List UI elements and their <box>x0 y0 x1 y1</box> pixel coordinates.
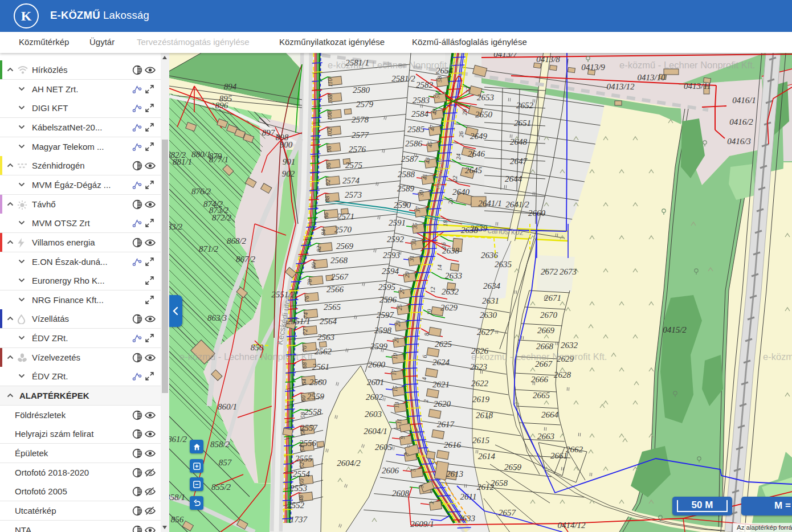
svg-text:2619: 2619 <box>472 395 490 404</box>
svg-text:27: 27 <box>398 288 405 294</box>
svg-text:896: 896 <box>215 101 228 110</box>
svg-text:2595: 2595 <box>378 283 396 292</box>
svg-text:860/1: 860/1 <box>218 402 237 411</box>
svg-text:1737: 1737 <box>290 515 308 524</box>
svg-text:5: 5 <box>410 468 417 472</box>
svg-text:56: 56 <box>299 428 306 435</box>
svg-text:902: 902 <box>282 169 295 178</box>
svg-text:3: 3 <box>418 485 424 489</box>
svg-text:2665: 2665 <box>533 391 550 400</box>
svg-text:872/2: 872/2 <box>212 213 232 222</box>
svg-text:2580: 2580 <box>353 85 370 95</box>
svg-text:19: 19 <box>391 353 398 359</box>
svg-text:880/1: 880/1 <box>191 150 211 159</box>
svg-text:2620: 2620 <box>434 399 451 408</box>
svg-text:26: 26 <box>458 131 464 138</box>
svg-text:23: 23 <box>394 320 401 327</box>
svg-text:9: 9 <box>399 436 406 439</box>
svg-text:2574: 2574 <box>342 176 360 185</box>
svg-text:2611: 2611 <box>460 492 477 501</box>
svg-text:2663: 2663 <box>537 432 554 441</box>
svg-text:2588: 2588 <box>398 170 415 179</box>
svg-text:31: 31 <box>408 255 415 262</box>
svg-text:2657: 2657 <box>499 508 517 517</box>
svg-text:64: 64 <box>300 379 307 386</box>
svg-text:2630: 2630 <box>480 310 497 320</box>
svg-text:900: 900 <box>280 140 293 149</box>
svg-text:2581/2: 2581/2 <box>391 74 415 83</box>
svg-text:82: 82 <box>315 245 322 252</box>
svg-text:28: 28 <box>461 109 468 116</box>
svg-text:2647: 2647 <box>510 157 528 166</box>
svg-text:15: 15 <box>391 385 398 392</box>
svg-text:863/3: 863/3 <box>207 313 227 322</box>
svg-text:857: 857 <box>219 458 232 467</box>
svg-text:39: 39 <box>418 190 424 197</box>
svg-text:2612: 2612 <box>477 482 495 492</box>
svg-text:e-közmű - Lechner Nonprofit Kf: e-közmű - Lechner Nonprofit Kft. <box>471 351 607 362</box>
svg-text:60: 60 <box>300 395 307 402</box>
svg-text:52: 52 <box>298 462 305 469</box>
svg-text:51: 51 <box>434 92 440 99</box>
svg-text:24: 24 <box>455 153 462 160</box>
svg-text:2594: 2594 <box>382 267 399 276</box>
svg-text:2585: 2585 <box>407 125 425 134</box>
svg-text:2604/2: 2604/2 <box>337 459 361 468</box>
svg-text:2629: 2629 <box>440 303 458 312</box>
svg-text:2641/1: 2641/1 <box>478 199 502 208</box>
svg-text:106: 106 <box>326 111 333 121</box>
svg-text:2596: 2596 <box>379 295 397 304</box>
svg-text:2606: 2606 <box>382 466 399 475</box>
svg-text:68: 68 <box>301 362 308 369</box>
svg-text:2578: 2578 <box>352 115 369 124</box>
svg-text:2608: 2608 <box>392 489 410 498</box>
svg-text:11: 11 <box>395 419 402 424</box>
svg-text:21: 21 <box>393 337 399 343</box>
svg-text:855/2: 855/2 <box>211 482 231 492</box>
svg-text:e-közmű - Lechner Nonprofit Kf: e-közmű - Lechner Nonprofit Kft. <box>619 60 755 70</box>
svg-text:2661: 2661 <box>550 451 568 460</box>
svg-text:2623: 2623 <box>470 362 487 371</box>
svg-text:2649: 2649 <box>470 132 488 141</box>
svg-text:4: 4 <box>421 377 427 380</box>
svg-text:0413/11: 0413/11 <box>684 81 711 91</box>
svg-text:14: 14 <box>436 264 443 271</box>
svg-text:58: 58 <box>299 412 306 419</box>
svg-text:58: 58 <box>436 76 443 83</box>
svg-text:856: 856 <box>171 515 184 524</box>
svg-text:110: 110 <box>326 78 333 87</box>
svg-text:76: 76 <box>303 296 310 302</box>
svg-text:2628: 2628 <box>554 370 571 379</box>
svg-text:e-közmű - Lechner Nonprofit Kf: e-közmű - Lechner Nonprofit Kft. <box>763 351 792 362</box>
svg-text:2635: 2635 <box>495 260 512 269</box>
svg-text:2564: 2564 <box>320 317 337 326</box>
svg-text:2650: 2650 <box>475 110 493 119</box>
svg-text:2668: 2668 <box>536 342 554 351</box>
svg-text:2634: 2634 <box>483 281 501 290</box>
svg-text:2592: 2592 <box>387 235 405 244</box>
svg-text:33: 33 <box>410 239 417 246</box>
svg-text:41: 41 <box>421 174 428 180</box>
svg-text:2669: 2669 <box>537 326 555 335</box>
svg-text:2616: 2616 <box>444 440 462 449</box>
svg-text:70: 70 <box>301 345 308 352</box>
svg-text:e-közmű - Lechner Nonprofit Kf: e-közmű - Lechner Nonprofit Kft. <box>179 351 315 362</box>
svg-text:1: 1 <box>428 501 435 505</box>
svg-text:0413/12: 0413/12 <box>606 82 635 91</box>
svg-text:80: 80 <box>310 262 317 269</box>
svg-text:16: 16 <box>440 242 447 249</box>
svg-text:cános köz: cános köz <box>487 226 524 236</box>
svg-text:29: 29 <box>403 271 410 278</box>
svg-text:37: 37 <box>414 206 421 214</box>
svg-text:2622: 2622 <box>471 379 489 388</box>
svg-text:10: 10 <box>426 309 432 316</box>
svg-text:2561: 2561 <box>312 362 329 371</box>
svg-text:2603: 2603 <box>365 410 382 419</box>
svg-text:6: 6 <box>421 355 428 358</box>
svg-text:22: 22 <box>451 175 458 182</box>
svg-text:2644: 2644 <box>505 174 522 183</box>
svg-text:2632: 2632 <box>442 287 459 296</box>
svg-text:0416/2: 0416/2 <box>729 117 753 126</box>
svg-text:2575: 2575 <box>345 161 363 170</box>
svg-text:0413/10: 0413/10 <box>637 73 666 82</box>
